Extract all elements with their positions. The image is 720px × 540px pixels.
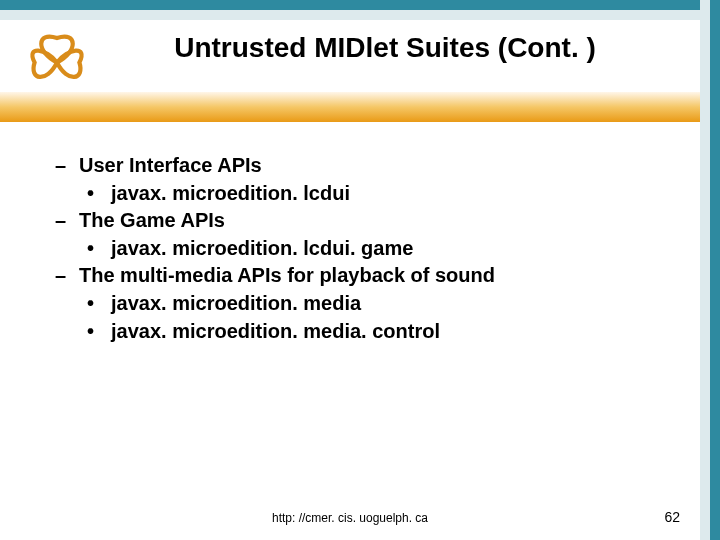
list-item: javax. microedition. lcdui. game bbox=[87, 235, 655, 263]
list-item: javax. microedition. media bbox=[87, 290, 655, 318]
footer-url: http: //cmer. cis. uoguelph. ca bbox=[0, 511, 700, 525]
accent-band bbox=[0, 92, 700, 122]
list-item: The multi-media APIs for playback of sou… bbox=[55, 262, 655, 290]
border-top-inner bbox=[0, 10, 700, 20]
list-item: javax. microedition. lcdui bbox=[87, 180, 655, 208]
trefoil-logo-icon bbox=[22, 24, 92, 94]
slide: Untrusted MIDlet Suites (Cont. ) User In… bbox=[0, 0, 720, 540]
list-item: The Game APIs bbox=[55, 207, 655, 235]
border-right bbox=[710, 0, 720, 540]
border-top bbox=[0, 0, 700, 10]
border-right-inner bbox=[700, 0, 710, 540]
slide-title: Untrusted MIDlet Suites (Cont. ) bbox=[95, 32, 675, 64]
list-item: User Interface APIs bbox=[55, 152, 655, 180]
slide-content: User Interface APIs javax. microedition.… bbox=[55, 152, 655, 345]
list-item: javax. microedition. media. control bbox=[87, 318, 655, 346]
page-number: 62 bbox=[664, 509, 680, 525]
